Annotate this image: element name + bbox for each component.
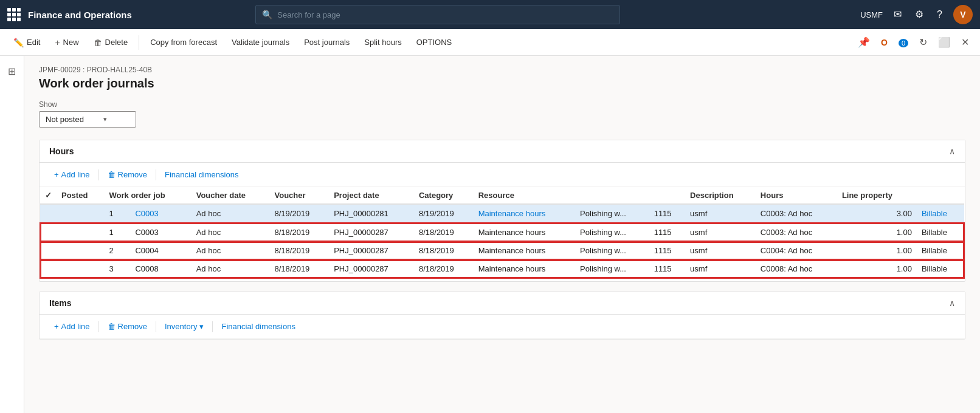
hours-cell: 3.00	[837, 204, 917, 223]
description-cell: C0003: Ad hoc	[756, 223, 837, 242]
line-property-cell: Billable	[917, 204, 964, 223]
project-date-cell: 8/19/2019	[414, 204, 474, 223]
table-row[interactable]: 2 C0004 Ad hoc 8/18/2019 PHJ_00000287 8/…	[40, 242, 964, 260]
voucher-date-cell: 8/18/2019	[270, 242, 330, 260]
refresh-icon[interactable]: ↻	[916, 34, 931, 50]
commandbar-right: 📌 O 0 ↻ ⬜ ✕	[854, 34, 973, 50]
voucher-date-cell: 8/18/2019	[270, 260, 330, 279]
project-date-cell: 8/18/2019	[414, 223, 474, 242]
num-cell: 3	[105, 260, 131, 279]
job-code-cell[interactable]: C0004	[130, 242, 191, 260]
voucher-cell: PHJ_00000287	[329, 260, 414, 279]
description-cell: C0003: Ad hoc	[756, 204, 837, 223]
app-grid-icon[interactable]	[7, 8, 21, 21]
post-journals-button[interactable]: Post journals	[298, 34, 356, 50]
content-area: JPMF-00029 : PROD-HALL25-40B Work order …	[24, 56, 980, 413]
job-code-cell[interactable]: C0008	[130, 260, 191, 279]
col-description: Description	[685, 187, 756, 204]
edit-button[interactable]: ✏️ Edit	[7, 34, 46, 51]
category-cell[interactable]: Maintenance hours	[474, 204, 575, 223]
remove-icon: 🗑	[108, 322, 116, 331]
pin-icon[interactable]: 📌	[854, 34, 874, 50]
project-date-cell: 8/18/2019	[414, 260, 474, 279]
hours-collapse-button[interactable]: ∧	[949, 146, 955, 156]
hours-remove-button[interactable]: 🗑 Remove	[103, 168, 152, 182]
line-property-cell: Billable	[917, 242, 964, 260]
table-row[interactable]: 1 C0003 Ad hoc 8/18/2019 PHJ_00000287 8/…	[40, 223, 964, 242]
hours-cell: 1.00	[837, 223, 917, 242]
avatar[interactable]: V	[953, 5, 973, 24]
copy-from-forecast-button[interactable]: Copy from forecast	[144, 34, 223, 50]
col-resource: Resource	[474, 187, 685, 204]
search-box: 🔍	[255, 5, 620, 24]
office-icon[interactable]: O	[877, 35, 891, 50]
job-type-cell: Ad hoc	[192, 223, 270, 242]
col-voucher: Voucher	[270, 187, 330, 204]
hours-cell: 1.00	[837, 242, 917, 260]
hours-financial-dimensions-button[interactable]: Financial dimensions	[160, 168, 243, 182]
topbar-right: USMF ✉ ⚙ ? V	[860, 5, 973, 24]
category-cell[interactable]: Maintenance hours	[474, 242, 575, 260]
sidebar: ⊞	[0, 56, 24, 413]
help-icon[interactable]: ?	[934, 7, 945, 22]
items-inventory-button[interactable]: Inventory ▾	[160, 319, 209, 333]
page-title: Work order journals	[39, 77, 965, 90]
items-section: Items ∧ + Add line 🗑 Remove Inventory ▾	[39, 292, 965, 340]
badge-icon[interactable]: 0	[895, 35, 912, 50]
notifications-icon[interactable]: ✉	[891, 7, 904, 22]
items-add-line-button[interactable]: + Add line	[49, 319, 95, 333]
table-row[interactable]: 3 C0008 Ad hoc 8/18/2019 PHJ_00000287 8/…	[40, 260, 964, 279]
resource-cell: Polishing w...	[575, 204, 649, 223]
job-code-cell[interactable]: C0003	[130, 223, 191, 242]
resource2-cell: 1115	[649, 223, 685, 242]
validate-journals-button[interactable]: Validate journals	[226, 34, 295, 50]
hours-table: ✓ Posted Work order job Voucher date Vou…	[40, 187, 965, 279]
new-icon: +	[55, 38, 60, 47]
category-cell[interactable]: Maintenance hours	[474, 223, 575, 242]
table-row[interactable]: 1 C0003 Ad hoc 8/19/2019 PHJ_00000281 8/…	[40, 204, 964, 223]
category-cell[interactable]: Maintenance hours	[474, 260, 575, 279]
options-button[interactable]: OPTIONS	[410, 34, 458, 50]
hours-table-header: ✓ Posted Work order job Voucher date Vou…	[40, 187, 964, 204]
check-cell	[40, 223, 57, 242]
check-cell	[40, 204, 57, 223]
job-code-cell[interactable]: C0003	[130, 204, 191, 223]
show-value: Not posted	[46, 115, 84, 124]
chevron-down-icon: ▾	[103, 115, 107, 123]
resource2-cell: 1115	[649, 260, 685, 279]
description-cell: C0008: Ad hoc	[756, 260, 837, 279]
job-type-cell: Ad hoc	[192, 204, 270, 223]
search-input[interactable]	[277, 10, 613, 19]
popout-icon[interactable]: ⬜	[934, 34, 954, 50]
col-check: ✓	[40, 187, 57, 204]
hours-toolbar: + Add line 🗑 Remove Financial dimensions	[40, 163, 965, 187]
col-category: Category	[414, 187, 474, 204]
delete-button[interactable]: 🗑 Delete	[88, 34, 134, 51]
resource-cell: Polishing w...	[575, 242, 649, 260]
split-hours-button[interactable]: Split hours	[358, 34, 407, 50]
hours-table-container: ✓ Posted Work order job Voucher date Vou…	[40, 187, 965, 281]
num-cell: 1	[105, 223, 131, 242]
new-button[interactable]: + New	[49, 34, 85, 51]
settings-icon[interactable]: ⚙	[913, 7, 926, 22]
items-collapse-button[interactable]: ∧	[949, 298, 955, 308]
resource2-cell: 1115	[649, 242, 685, 260]
col-voucher-date: Voucher date	[192, 187, 270, 204]
close-icon[interactable]: ✕	[958, 34, 973, 50]
user-label: USMF	[860, 10, 883, 19]
topbar: Finance and Operations 🔍 USMF ✉ ⚙ ? V	[0, 0, 980, 29]
filter-icon[interactable]: ⊞	[3, 61, 21, 82]
job-type-cell: Ad hoc	[192, 242, 270, 260]
col-hours: Hours	[756, 187, 837, 204]
show-label: Show	[39, 100, 965, 109]
items-financial-dimensions-button[interactable]: Financial dimensions	[216, 319, 300, 333]
hours-add-line-button[interactable]: + Add line	[49, 168, 95, 182]
items-remove-button[interactable]: 🗑 Remove	[103, 319, 152, 333]
resource3-cell: usmf	[685, 260, 756, 279]
description-cell: C0004: Ad hoc	[756, 242, 837, 260]
voucher-cell: PHJ_00000287	[329, 242, 414, 260]
edit-icon: ✏️	[13, 38, 24, 47]
hours-section: Hours ∧ + Add line 🗑 Remove Financial di…	[39, 140, 965, 282]
show-select[interactable]: Not posted ▾	[39, 111, 136, 128]
project-date-cell: 8/18/2019	[414, 242, 474, 260]
